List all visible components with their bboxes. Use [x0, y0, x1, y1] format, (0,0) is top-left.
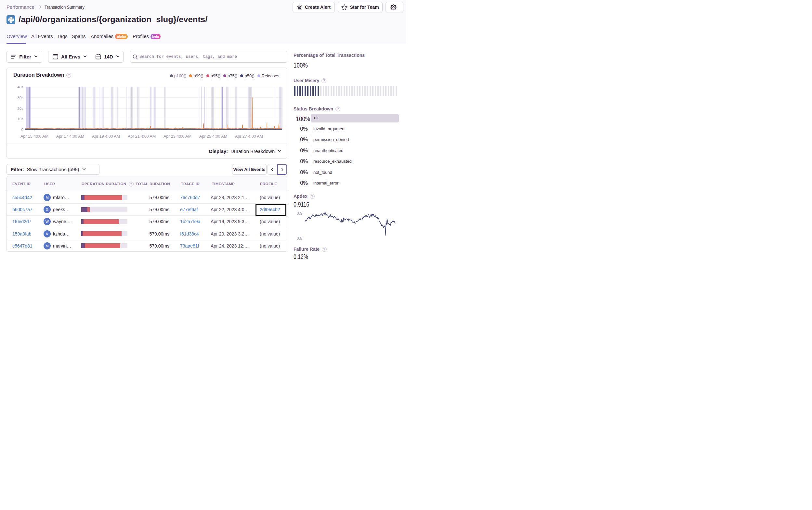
- svg-text:40s: 40s: [17, 85, 23, 89]
- svg-text:10s: 10s: [17, 117, 23, 121]
- svg-text:30s: 30s: [17, 96, 23, 100]
- svg-text:Apr 23 4:00 AM: Apr 23 4:00 AM: [164, 134, 192, 139]
- svg-text:20s: 20s: [17, 107, 23, 111]
- svg-text:Apr 17 4:00 AM: Apr 17 4:00 AM: [56, 134, 84, 139]
- svg-text:0: 0: [22, 128, 23, 131]
- svg-text:Apr 25 4:00 AM: Apr 25 4:00 AM: [199, 134, 227, 139]
- svg-text:Apr 21 4:00 AM: Apr 21 4:00 AM: [128, 134, 156, 139]
- svg-text:0.9: 0.9: [296, 211, 302, 216]
- svg-text:Apr 19 4:00 AM: Apr 19 4:00 AM: [92, 134, 120, 139]
- svg-text:Apr 15 4:00 AM: Apr 15 4:00 AM: [21, 134, 49, 139]
- svg-text:0.8: 0.8: [296, 236, 302, 241]
- svg-text:Apr 27 4:00 AM: Apr 27 4:00 AM: [235, 134, 263, 139]
